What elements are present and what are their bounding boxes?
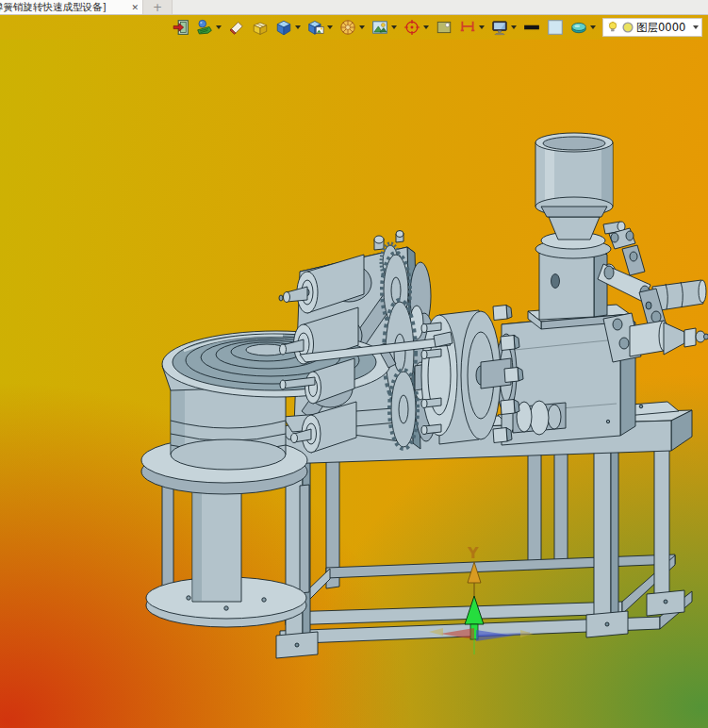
layer-name: 图层0000 bbox=[636, 21, 691, 35]
exit-door-icon[interactable] bbox=[173, 19, 189, 36]
tab-bar: 弹簧销旋转快速成型设备] ✕ + bbox=[0, 0, 708, 15]
viewport-panel-icon[interactable] bbox=[436, 19, 453, 36]
viewport-3d[interactable]: Y bbox=[0, 40, 708, 728]
eraser-icon[interactable] bbox=[228, 19, 245, 36]
line-width-icon[interactable] bbox=[523, 19, 540, 36]
axis-y-label: Y bbox=[467, 544, 479, 562]
dropdown-arrow[interactable] bbox=[590, 25, 596, 29]
dropdown-arrow[interactable] bbox=[479, 25, 485, 29]
toolbar-icon-group: 图层0000 bbox=[173, 18, 702, 37]
wireframe-sphere-icon[interactable] bbox=[339, 19, 356, 36]
dropdown-arrow[interactable] bbox=[359, 25, 365, 29]
document-tab[interactable]: 弹簧销旋转快速成型设备] ✕ bbox=[0, 0, 143, 14]
layer-combobox[interactable]: 图层0000 bbox=[602, 18, 702, 37]
spray-material-icon[interactable] bbox=[196, 19, 213, 36]
dropdown-arrow[interactable] bbox=[423, 25, 429, 29]
viewport-canvas[interactable]: Y bbox=[0, 40, 708, 728]
layer-disc-icon[interactable] bbox=[570, 19, 587, 36]
monitor-display-icon[interactable] bbox=[491, 19, 508, 36]
dropdown-arrow[interactable] bbox=[327, 25, 333, 29]
open-box-icon[interactable] bbox=[252, 19, 269, 36]
lightbulb-icon bbox=[606, 21, 619, 34]
new-tab-button[interactable]: + bbox=[143, 0, 173, 14]
section-bracket-icon[interactable] bbox=[459, 19, 476, 36]
dropdown-arrow[interactable] bbox=[295, 25, 301, 29]
layer-color-icon bbox=[621, 21, 634, 34]
main-toolbar: 图层0000 bbox=[0, 15, 708, 40]
shaded-cube-icon[interactable] bbox=[275, 19, 292, 36]
dropdown-arrow[interactable] bbox=[216, 25, 222, 29]
color-swatch-icon[interactable] bbox=[547, 19, 564, 36]
document-tab-title: 弹簧销旋转快速成型设备] bbox=[0, 1, 127, 14]
render-image-icon[interactable] bbox=[371, 19, 388, 36]
target-point-icon[interactable] bbox=[403, 19, 420, 36]
textured-cube-icon[interactable] bbox=[307, 19, 324, 36]
dropdown-arrow[interactable] bbox=[511, 25, 517, 29]
close-tab-icon[interactable]: ✕ bbox=[127, 3, 142, 12]
linkage-arms[interactable] bbox=[598, 222, 708, 362]
dropdown-arrow[interactable] bbox=[391, 25, 397, 29]
combo-dropdown-arrow[interactable] bbox=[693, 25, 699, 29]
